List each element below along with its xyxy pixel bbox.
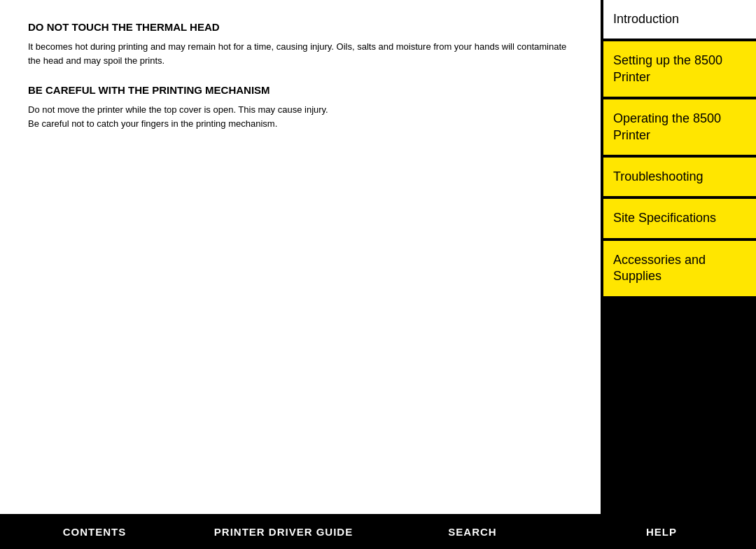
sidebar: Introduction Setting up the 8500 Printer… — [601, 0, 756, 514]
main-area: DO NOT TOUCH THE THERMAL HEAD It becomes… — [0, 0, 756, 514]
contents-button[interactable]: CONTENTS — [0, 514, 189, 549]
sidebar-item-introduction[interactable]: Introduction — [603, 0, 756, 39]
section2-body: Do not move the printer while the top co… — [28, 103, 573, 130]
section-printing-mechanism: BE CAREFUL WITH THE PRINTING MECHANISM D… — [28, 84, 573, 130]
sidebar-item-operating[interactable]: Operating the 8500 Printer — [603, 99, 756, 155]
section1-body: It becomes hot during printing and may r… — [28, 40, 573, 67]
sidebar-item-setting-up[interactable]: Setting up the 8500 Printer — [603, 41, 756, 97]
section2-line2: Be careful not to catch your fingers in … — [28, 118, 277, 129]
content-area: DO NOT TOUCH THE THERMAL HEAD It becomes… — [0, 0, 601, 514]
section-thermal-head: DO NOT TOUCH THE THERMAL HEAD It becomes… — [28, 21, 573, 67]
bottom-toolbar: CONTENTS PRINTER DRIVER GUIDE SEARCH HEL… — [0, 514, 756, 549]
section2-title: BE CAREFUL WITH THE PRINTING MECHANISM — [28, 84, 573, 96]
section2-line1: Do not move the printer while the top co… — [28, 104, 328, 115]
section1-title: DO NOT TOUCH THE THERMAL HEAD — [28, 21, 573, 33]
printer-driver-guide-button[interactable]: PRINTER DRIVER GUIDE — [189, 514, 378, 549]
sidebar-item-accessories[interactable]: Accessories and Supplies — [603, 241, 756, 296]
search-button[interactable]: SEARCH — [378, 514, 567, 549]
sidebar-item-troubleshooting[interactable]: Troubleshooting — [603, 158, 756, 196]
help-button[interactable]: HELP — [567, 514, 756, 549]
sidebar-item-site-specs[interactable]: Site Specifications — [603, 199, 756, 237]
